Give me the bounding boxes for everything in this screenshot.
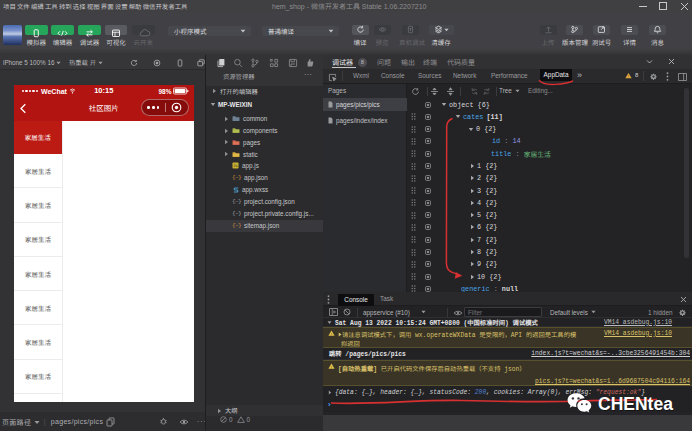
svg-text:CHENtea: CHENtea: [598, 394, 673, 414]
